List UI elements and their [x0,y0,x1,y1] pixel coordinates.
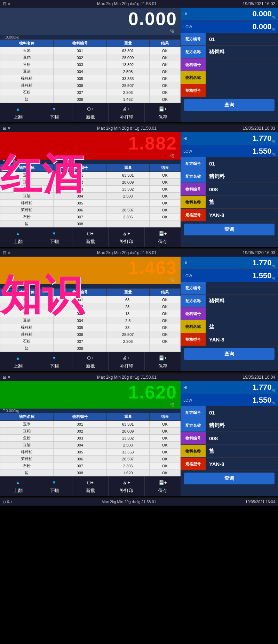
table-cell: 13.302 [106,435,149,442]
btn-label-4: 保存 [158,488,167,494]
table-header: 物料名称 [0,40,54,47]
tare-line: T:0.000kg [0,284,181,288]
table-cell: 玉米 [0,47,54,54]
btn-icon-4: 💾+ [158,354,168,362]
btn-保存[interactable]: 💾+ 保存 [145,476,181,496]
table-cell: OK [149,421,180,428]
table-cell: 豆粕 [0,179,54,186]
btn-保存[interactable]: 💾+ 保存 [145,227,181,247]
btn-上翻[interactable]: ▲ 上翻 [0,476,36,496]
tare-line: T:0.000kg [0,160,181,164]
table-cell: OK [149,54,180,61]
left-section: 1.620 kg T:0.000kg 物料名称物料编号重量结果 玉米00163.… [0,381,181,496]
table-cell: 2.508 [106,442,149,449]
btn-补打印[interactable]: 🖨+ 补打印 [109,103,145,122]
table-row: 玉米00163.OK [0,296,181,303]
table-cell: 006 [53,207,106,214]
info-row-0: 配方编号 01 [181,33,278,46]
query-button[interactable]: 查询 [184,473,275,484]
table-header: 结果 [149,40,180,47]
table-cell: 28. [106,303,149,310]
hi-row: HI 1.770 kg [181,257,278,269]
info-value-0: 01 [206,35,278,43]
btn-label-0: 上翻 [14,363,23,369]
btn-上翻[interactable]: ▲ 上翻 [0,103,36,122]
table-cell: 豆油 [0,442,54,449]
info-label-1: 配方名称 [181,295,206,307]
top-bar-right: 19/05/2020 16:03 [243,250,275,255]
table-cell: 007 [53,214,106,220]
table-cell: 28.507 [106,331,149,338]
table-cell: 1.462 [106,96,149,103]
right-panel: HI 1.770 kg LOW 1.550 kg 配方编号 01 配方名称 猪饲… [181,132,278,247]
btn-下翻[interactable]: ▼ 下翻 [36,476,72,496]
table-cell: 004 [53,193,106,200]
table-row: 豆粕00228.009OK [0,428,181,435]
big-weight-container: 1.882 kg [0,132,181,160]
table-cell: 鱼粉 [0,186,54,193]
table-row: 菜籽粕00628.507OK [0,82,181,89]
top-bar-left: ⊟ ✕ [3,250,11,255]
btn-下翻[interactable]: ▼ 下翻 [36,103,72,122]
btn-新批[interactable]: ⬡+ 新批 [72,476,109,496]
info-value-1: 猪饲料 [206,47,278,57]
btn-label-3: 补打印 [120,239,133,245]
table-cell: OK [149,186,180,193]
table-cell: 33.353 [106,449,149,456]
table-cell: OK [149,172,180,179]
info-value-4 [206,89,278,92]
btn-上翻[interactable]: ▲ 上翻 [0,227,36,247]
top-bar: ⊟ ✕ Max 2kg Min 20g d=1g J1.58.01 19/05/… [0,249,278,257]
info-row-1: 配方名称 猪饲料 [181,295,278,307]
table-cell: OK [149,303,180,310]
table-row: 豆粕00228.OK [0,303,181,310]
btn-补打印[interactable]: 🖨+ 补打印 [109,476,145,496]
btn-icon-2: ⬡+ [86,354,95,362]
info-row-0: 配方编号 [181,282,278,295]
btn-保存[interactable]: 💾+ 保存 [145,352,181,371]
table-cell: 菜籽粕 [0,207,54,214]
display-area: 红酒 1.882 kg T:0.000kg 物料名称物料编号重量结果 玉米001… [0,132,278,247]
btn-补打印[interactable]: 🖨+ 补打印 [109,352,145,371]
btn-新批[interactable]: ⬡+ 新批 [72,227,109,247]
btn-新批[interactable]: ⬡+ 新批 [72,352,109,371]
info-label-3: 物料名称 [181,320,206,333]
hi-label: HI [183,385,193,389]
low-unit: kg [271,27,275,31]
query-button[interactable]: 查询 [184,348,275,360]
btn-icon-0: ▲ [13,354,23,362]
low-label: LOW [183,25,193,29]
table-cell: 004 [53,68,106,75]
table-cell: 石粉 [0,214,54,220]
data-table: 物料名称物料编号重量结果 玉米00163.301OK豆粕00228.009OK鱼… [0,164,181,227]
btn-icon-3: 🖨+ [122,230,132,238]
table-cell: OK [149,296,180,303]
btn-下翻[interactable]: ▼ 下翻 [36,227,72,247]
query-button[interactable]: 查询 [184,99,275,111]
btn-icon-0: ▲ [13,230,23,238]
table-cell: 2.306 [106,462,149,469]
table-row: 棉籽粕00533.353OK [0,75,181,82]
table-cell: OK [149,96,180,103]
table-row: 鱼粉00313.302OK [0,186,181,193]
btn-补打印[interactable]: 🖨+ 补打印 [109,227,145,247]
top-bar: ⊟ ✕ Max 2kg Min 20g d=1g J1.58.01 19/05/… [0,373,278,381]
table-cell: 鱼粉 [0,310,54,317]
table-header: 物料编号 [53,164,106,172]
btn-label-4: 保存 [158,363,167,369]
table-cell: 2.306 [106,89,149,96]
btn-保存[interactable]: 💾+ 保存 [145,103,181,122]
table-cell: 003 [53,435,106,442]
btn-新批[interactable]: ⬡+ 新批 [72,103,109,122]
btn-下翻[interactable]: ▼ 下翻 [36,352,72,371]
btn-icon-3: 🖨+ [122,479,132,486]
right-panel: HI 0.000 kg LOW 0.000 kg 配方编号 01 配方名称 猪饲… [181,8,278,122]
query-button[interactable]: 查询 [184,224,275,235]
table-row: 盐0081.620OK [0,469,181,476]
btn-上翻[interactable]: ▲ 上翻 [0,352,36,371]
info-value-3: 盐 [206,198,278,207]
btn-label-1: 下翻 [50,239,59,245]
table-cell: OK [149,317,180,324]
big-weight-container: 1.620 kg [0,381,181,409]
table-cell: OK [149,68,180,75]
